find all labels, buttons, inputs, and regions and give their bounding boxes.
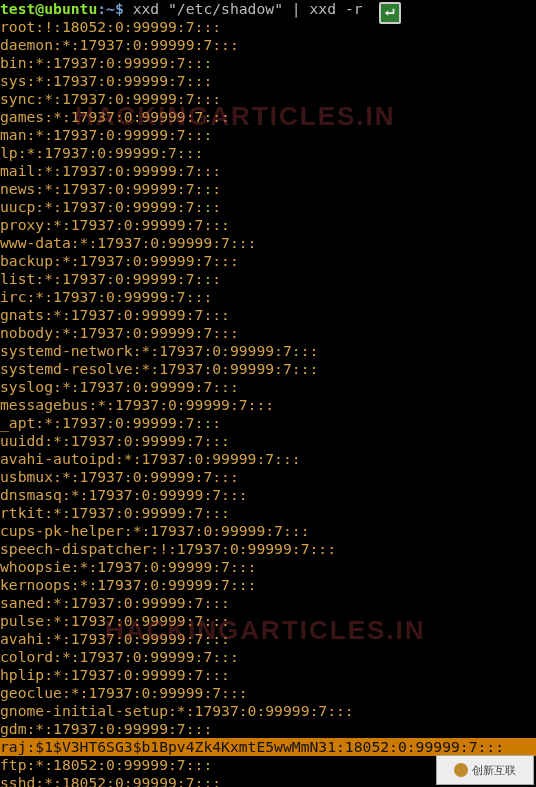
shadow-line-highlighted: raj:$1$V3HT6SG3$b1Bpv4Zk4KxmtE5wwMmN31:1… [0, 738, 536, 756]
shadow-line: geoclue:*:17937:0:99999:7::: [0, 684, 536, 702]
gear-icon [454, 763, 468, 777]
shadow-line: dnsmasq:*:17937:0:99999:7::: [0, 486, 536, 504]
shadow-line: hplip:*:17937:0:99999:7::: [0, 666, 536, 684]
shadow-line: gnome-initial-setup:*:17937:0:99999:7::: [0, 702, 536, 720]
shadow-line: root:!:18052:0:99999:7::: [0, 18, 536, 36]
shadow-line: saned:*:17937:0:99999:7::: [0, 594, 536, 612]
prompt-command: xxd "/etc/shadow" | xxd -r [124, 0, 363, 17]
shadow-line: sys:*:17937:0:99999:7::: [0, 72, 536, 90]
shadow-file-content: root:!:18052:0:99999:7:::daemon:*:17937:… [0, 18, 536, 787]
shadow-line: uuidd:*:17937:0:99999:7::: [0, 432, 536, 450]
shadow-line: nobody:*:17937:0:99999:7::: [0, 324, 536, 342]
shadow-line: usbmux:*:17937:0:99999:7::: [0, 468, 536, 486]
shadow-line: lp:*:17937:0:99999:7::: [0, 144, 536, 162]
shadow-line: rtkit:*:17937:0:99999:7::: [0, 504, 536, 522]
shadow-line: man:*:17937:0:99999:7::: [0, 126, 536, 144]
shadow-line: uucp:*:17937:0:99999:7::: [0, 198, 536, 216]
enter-key-icon [379, 2, 401, 24]
corner-logo: 创新互联 [436, 755, 534, 785]
prompt-userhost: test@ubuntu [0, 0, 97, 17]
shadow-line: news:*:17937:0:99999:7::: [0, 180, 536, 198]
shadow-line: games:*:17937:0:99999:7::: [0, 108, 536, 126]
shadow-line: cups-pk-helper:*:17937:0:99999:7::: [0, 522, 536, 540]
shadow-line: irc:*:17937:0:99999:7::: [0, 288, 536, 306]
shadow-line: proxy:*:17937:0:99999:7::: [0, 216, 536, 234]
shadow-line: avahi:*:17937:0:99999:7::: [0, 630, 536, 648]
shadow-line: mail:*:17937:0:99999:7::: [0, 162, 536, 180]
prompt-line: test@ubuntu:~$ xxd "/etc/shadow" | xxd -… [0, 0, 536, 18]
shadow-line: avahi-autoipd:*:17937:0:99999:7::: [0, 450, 536, 468]
shadow-line: pulse:*:17937:0:99999:7::: [0, 612, 536, 630]
terminal-output[interactable]: test@ubuntu:~$ xxd "/etc/shadow" | xxd -… [0, 0, 536, 787]
shadow-line: colord:*:17937:0:99999:7::: [0, 648, 536, 666]
shadow-line: speech-dispatcher:!:17937:0:99999:7::: [0, 540, 536, 558]
shadow-line: whoopsie:*:17937:0:99999:7::: [0, 558, 536, 576]
shadow-line: systemd-network:*:17937:0:99999:7::: [0, 342, 536, 360]
shadow-line: gnats:*:17937:0:99999:7::: [0, 306, 536, 324]
shadow-line: messagebus:*:17937:0:99999:7::: [0, 396, 536, 414]
shadow-line: bin:*:17937:0:99999:7::: [0, 54, 536, 72]
shadow-line: syslog:*:17937:0:99999:7::: [0, 378, 536, 396]
shadow-line: systemd-resolve:*:17937:0:99999:7::: [0, 360, 536, 378]
shadow-line: backup:*:17937:0:99999:7::: [0, 252, 536, 270]
svg-marker-0 [385, 10, 389, 15]
corner-logo-text: 创新互联 [472, 761, 516, 779]
shadow-line: gdm:*:17937:0:99999:7::: [0, 720, 536, 738]
shadow-line: www-data:*:17937:0:99999:7::: [0, 234, 536, 252]
shadow-line: daemon:*:17937:0:99999:7::: [0, 36, 536, 54]
shadow-line: sync:*:17937:0:99999:7::: [0, 90, 536, 108]
shadow-line: _apt:*:17937:0:99999:7::: [0, 414, 536, 432]
shadow-line: list:*:17937:0:99999:7::: [0, 270, 536, 288]
shadow-line: kernoops:*:17937:0:99999:7::: [0, 576, 536, 594]
prompt-separator: :~$ [97, 0, 124, 17]
